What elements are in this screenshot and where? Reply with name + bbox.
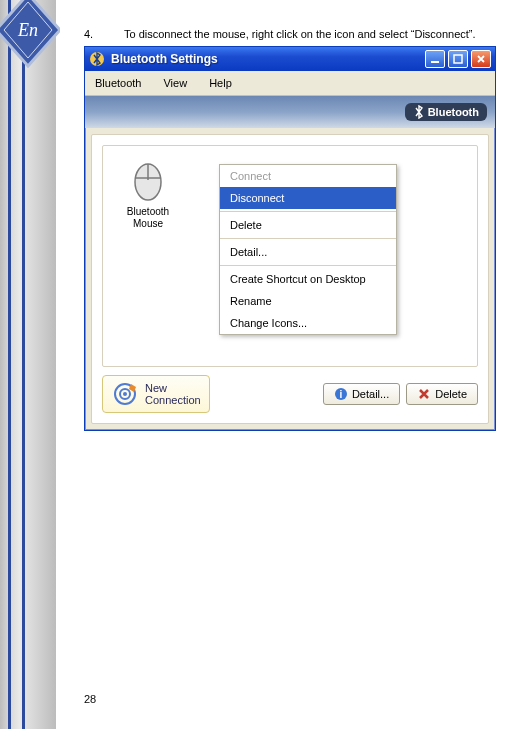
- page-number: 28: [84, 693, 96, 705]
- ctx-connect[interactable]: Connect: [220, 165, 396, 187]
- app-icon: [89, 51, 105, 67]
- ctx-detail[interactable]: Detail...: [220, 241, 396, 263]
- device-bluetooth-mouse[interactable]: BluetoothMouse: [113, 156, 183, 230]
- info-icon: i: [334, 387, 348, 401]
- bluetooth-settings-window: Bluetooth Settings Bluetooth View Help: [84, 46, 496, 431]
- delete-button[interactable]: Delete: [406, 383, 478, 405]
- minimize-button[interactable]: [425, 50, 445, 68]
- en-diamond-icon: En: [0, 0, 60, 94]
- ctx-disconnect[interactable]: Disconnect: [220, 187, 396, 209]
- titlebar[interactable]: Bluetooth Settings: [85, 47, 495, 71]
- bluetooth-icon: [413, 105, 425, 119]
- separator: [220, 265, 396, 266]
- separator: [220, 211, 396, 212]
- maximize-button[interactable]: [448, 50, 468, 68]
- devices-pane: BluetoothMouse BT Heads Connect Disconne…: [102, 145, 478, 367]
- instruction-text: To disconnect the mouse, right click on …: [124, 28, 476, 40]
- delete-icon: [417, 387, 431, 401]
- mouse-icon: [128, 156, 168, 202]
- device-label: BluetoothMouse: [127, 206, 169, 230]
- ctx-change-icons[interactable]: Change Icons...: [220, 312, 396, 334]
- new-connection-label: NewConnection: [145, 382, 201, 406]
- menu-bluetooth[interactable]: Bluetooth: [91, 76, 145, 90]
- menu-view[interactable]: View: [159, 76, 191, 90]
- new-connection-icon: [111, 380, 139, 408]
- context-menu: Connect Disconnect Delete Detail... Crea…: [219, 164, 397, 335]
- close-button[interactable]: [471, 50, 491, 68]
- menu-help[interactable]: Help: [205, 76, 236, 90]
- new-connection-button[interactable]: NewConnection: [102, 375, 210, 413]
- ctx-delete[interactable]: Delete: [220, 214, 396, 236]
- svg-text:i: i: [340, 389, 343, 400]
- ctx-create-shortcut[interactable]: Create Shortcut on Desktop: [220, 268, 396, 290]
- instruction-line: 4. To disconnect the mouse, right click …: [84, 28, 524, 40]
- bluetooth-badge: Bluetooth: [405, 103, 487, 121]
- side-strip: En: [0, 0, 56, 729]
- svg-text:En: En: [17, 20, 38, 40]
- svg-point-12: [123, 392, 127, 396]
- menubar: Bluetooth View Help: [85, 71, 495, 96]
- svg-rect-4: [431, 61, 439, 63]
- svg-rect-5: [454, 55, 462, 63]
- window-title: Bluetooth Settings: [111, 52, 422, 66]
- detail-button[interactable]: i Detail...: [323, 383, 400, 405]
- instruction-number: 4.: [84, 28, 94, 40]
- banner: Bluetooth: [85, 96, 495, 128]
- separator: [220, 238, 396, 239]
- ctx-rename[interactable]: Rename: [220, 290, 396, 312]
